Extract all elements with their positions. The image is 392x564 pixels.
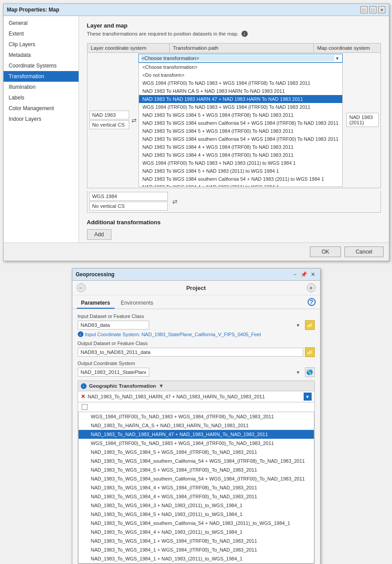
sidebar-item-clip-layers[interactable]: Clip Layers — [4, 39, 79, 50]
gp-help-button[interactable]: ? — [308, 298, 316, 306]
input-info-icon: i — [78, 331, 83, 337]
sidebar-item-extent[interactable]: Extent — [4, 28, 79, 39]
gp-titlebar-controls: − 📌 ✕ — [292, 271, 317, 278]
maximize-button[interactable]: □ — [369, 6, 376, 13]
geo-trans-section: i Geographic Transformation ▼ ✕ ▼ WGS_19… — [78, 381, 315, 564]
row2-exchange-arrow[interactable]: ⇄ — [170, 198, 180, 205]
sidebar-item-color-management[interactable]: Color Management — [4, 103, 79, 114]
row2-layer-vcs-value: No vertical CS — [89, 202, 168, 211]
trans-option-2[interactable]: WGS 1984 (ITRF00) To NAD 1983 + WGS 1984… — [139, 79, 342, 87]
gp-dropdown-list[interactable]: WGS_1984_(ITRF00)_To_NAD_1983 + WGS_1984… — [78, 412, 314, 564]
row1-dropdown-arrow[interactable]: ▼ — [334, 56, 341, 61]
gp-pin-icon[interactable]: 📌 — [301, 271, 308, 278]
trans-option-5[interactable]: WGS 1984 (ITRF00) To NAD 1983 + WGS 1984… — [139, 103, 342, 111]
output-field[interactable] — [78, 348, 303, 357]
output-folder-icon[interactable]: 📁 — [305, 347, 315, 357]
gp-option-5[interactable]: NAD_1983_To_WGS_1984_southern_California… — [79, 457, 314, 465]
geo-trans-checkbox[interactable] — [82, 404, 87, 410]
gp-option-11[interactable]: NAD_1983_To_WGS_1984_5 + NAD_1983_(2011)… — [79, 510, 314, 519]
cancel-button[interactable]: Cancel — [344, 246, 383, 257]
trans-option-14[interactable]: NAD 1983 To WGS 1984 southern California… — [139, 175, 342, 183]
trans-option-10[interactable]: NAD 1983 To WGS 1984 4 + WGS 1984 (ITRF0… — [139, 143, 342, 151]
gp-minimize-icon[interactable]: − — [292, 271, 299, 278]
output-cs-field[interactable] — [78, 368, 149, 377]
main-content: Layer and map These transformations are … — [79, 16, 389, 242]
row2-map-cs — [314, 201, 380, 203]
input-folder-icon[interactable]: 📁 — [305, 320, 315, 330]
gp-option-0[interactable]: WGS_1984_(ITRF00)_To_NAD_1983 + WGS_1984… — [79, 412, 314, 421]
geo-trans-selected-input[interactable] — [87, 393, 304, 400]
trans-option-0[interactable]: <Choose transformation> — [139, 63, 342, 71]
row1-exchange-arrow[interactable]: ⇄ — [131, 117, 136, 124]
output-cs-row: ▼ 🌎 — [78, 367, 315, 377]
row1-layer-cs-value: NAD 1983 — [89, 111, 130, 119]
sidebar-item-general[interactable]: General — [4, 18, 79, 28]
tab-environments[interactable]: Environments — [116, 298, 158, 309]
sidebar-item-indoor-layers[interactable]: Indoor Layers — [4, 114, 79, 124]
map-properties-panel: Map Properties: Map □ □ ✕ General Extent… — [3, 4, 389, 261]
geo-trans-info-icon: i — [81, 383, 87, 389]
gp-option-16[interactable]: NAD_1983_To_WGS_1984_1 + NAD_1983_(2011)… — [79, 554, 314, 563]
sidebar-item-illumination[interactable]: Illumination — [4, 82, 79, 92]
row1-dropdown-area: ▼ <Choose transformation> <Do not transf… — [137, 53, 344, 188]
gp-option-6[interactable]: NAD_1983_To_WGS_1984_5 + WGS_1984_(ITRF0… — [79, 465, 314, 474]
geo-trans-label: Geographic Transformation — [89, 383, 156, 389]
gp-option-2[interactable]: NAD_1983_To_NAD_1983_HARN_47 + NAD_1983_… — [79, 430, 314, 439]
row2-dropdown-area — [180, 201, 314, 203]
trans-option-6[interactable]: NAD 1983 To WGS 1984 5 + WGS 1984 (ITRF0… — [139, 111, 342, 119]
sidebar-item-metadata[interactable]: Metadata — [4, 50, 79, 60]
map-properties-title: Map Properties: Map — [7, 7, 59, 13]
sidebar-item-coordinate-systems[interactable]: Coordinate Systems — [4, 60, 79, 71]
gp-option-4[interactable]: NAD_1983_To_WGS_1984_5 + WGS_1984_(ITRF0… — [79, 448, 314, 457]
geo-trans-remove-button[interactable]: ✕ — [81, 393, 85, 400]
row1-dropdown-input[interactable] — [141, 55, 334, 61]
trans-option-8[interactable]: NAD 1983 To WGS 1984 5 + WGS 1984 (ITRF0… — [139, 127, 342, 135]
add-button[interactable]: Add — [87, 229, 111, 240]
minimize-button[interactable]: □ — [360, 6, 368, 13]
geo-trans-expand-icon[interactable]: ▼ — [158, 383, 164, 389]
trans-option-9[interactable]: NAD 1983 To WGS 1984 southern California… — [139, 135, 342, 143]
trans-option-1[interactable]: <Do not transform> — [139, 71, 342, 79]
input-field[interactable] — [78, 321, 149, 330]
trans-option-7[interactable]: NAD 1983 To WGS 1984 southern California… — [139, 119, 342, 127]
row1-map-cs: NAD 1983 (2011) — [344, 112, 380, 129]
geo-trans-selected-row: ✕ ▼ — [78, 391, 314, 402]
trans-option-12[interactable]: WGS 1984 (ITRF00) To NAD 1983 + NAD 1983… — [139, 159, 342, 167]
gp-option-12[interactable]: NAD_1983_To_WGS_1984_southern_California… — [79, 519, 314, 528]
gp-option-13[interactable]: NAD_1983_To_WGS_1984_4 + NAD_1983_(2011)… — [79, 528, 314, 536]
globe-icon[interactable]: 🌎 — [305, 367, 315, 377]
geo-trans-checkbox-row — [78, 402, 314, 412]
gp-option-7[interactable]: NAD_1983_To_WGS_1984_southern_California… — [79, 474, 314, 483]
map-properties-titlebar: Map Properties: Map □ □ ✕ — [4, 4, 389, 16]
gp-option-9[interactable]: NAD_1983_To_WGS_1984_4 + WGS_1984_(ITRF0… — [79, 492, 314, 501]
gp-option-8[interactable]: NAD_1983_To_WGS_1984_4 + WGS_1984_(ITRF0… — [79, 483, 314, 492]
trans-option-3[interactable]: NAD 1983 To HARN CA S + NAD 1983 HARN To… — [139, 87, 342, 95]
output-cs-arrow: ▼ — [296, 370, 301, 375]
trans-option-4[interactable]: NAD 1983 To NAD 1983 HARN 47 + NAD 1983 … — [139, 95, 342, 103]
ok-button[interactable]: OK — [310, 246, 341, 257]
section-title: Layer and map — [87, 22, 381, 29]
geo-trans-header: i Geographic Transformation ▼ — [78, 381, 314, 391]
gp-option-14[interactable]: NAD_1983_To_WGS_1984_1 + WGS_1984_(ITRF0… — [79, 536, 314, 545]
tab-parameters[interactable]: Parameters — [77, 298, 115, 309]
gp-add-button[interactable]: + — [307, 283, 316, 292]
sidebar-item-transformation[interactable]: Transformation — [4, 71, 79, 82]
trans-option-13[interactable]: NAD 1983 To WGS 1984 5 + NAD 1983 (2011)… — [139, 167, 342, 175]
gp-option-10[interactable]: NAD_1983_To_WGS_1984_3 + NAD_1983_(2011)… — [79, 501, 314, 510]
geoprocessing-title: Geoprocessing — [76, 271, 115, 278]
sidebar-item-labels[interactable]: Labels — [4, 92, 79, 103]
gp-back-button[interactable]: ← — [77, 283, 86, 292]
gp-close-icon[interactable]: ✕ — [309, 271, 317, 278]
info-icon[interactable]: i — [242, 31, 248, 37]
table-header: Layer coordinate system Transformation p… — [87, 43, 381, 53]
gp-option-1[interactable]: NAD_1983_To_HARN_CA_S + NAD_1983_HARN_To… — [79, 421, 314, 430]
gp-option-3[interactable]: WGS_1984_(ITRF00)_To_NAD_1983 + WGS_1984… — [79, 439, 314, 448]
trans-dropdown-list[interactable]: <Choose transformation> <Do not transfor… — [139, 63, 343, 187]
input-select-wrapper: ▼ — [78, 321, 303, 330]
close-button[interactable]: ✕ — [378, 6, 385, 13]
gp-option-15[interactable]: NAD_1983_To_WGS_1984_1 + WGS_1984_(ITRF0… — [79, 545, 314, 554]
geo-trans-dropdown-button[interactable]: ▼ — [304, 393, 312, 401]
row1-dropdown-header[interactable]: ▼ — [139, 54, 343, 63]
trans-option-15[interactable]: NAD 1983 To WGS 1984 4 + NAD 1983 (2011)… — [139, 183, 342, 187]
trans-option-11[interactable]: NAD 1983 To WGS 1984 4 + WGS 1984 (ITRF0… — [139, 151, 342, 159]
